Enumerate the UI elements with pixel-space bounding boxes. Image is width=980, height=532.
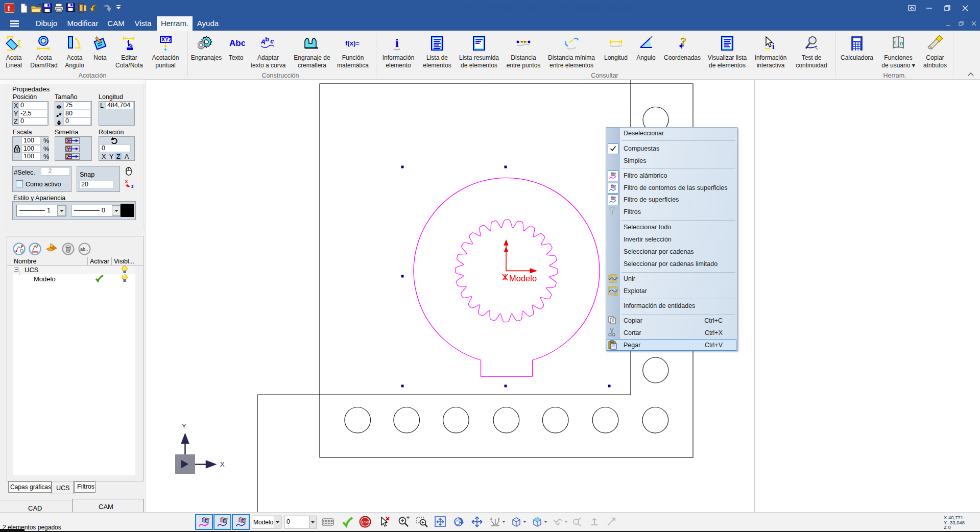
- svg-text:ESC: ESC: [362, 520, 369, 524]
- svg-text:b: b: [265, 35, 269, 43]
- svg-text:c: c: [269, 37, 275, 45]
- svg-text:Modelo: Modelo: [509, 274, 537, 283]
- svg-text:y: y: [498, 517, 500, 521]
- svg-text:i: i: [395, 36, 399, 50]
- svg-text:x: x: [490, 517, 492, 520]
- svg-text:x: x: [125, 179, 128, 184]
- svg-text:Y: Y: [182, 422, 186, 430]
- svg-text:n: n: [900, 40, 903, 46]
- svg-text:ab..: ab..: [80, 247, 88, 252]
- svg-text:z: z: [131, 184, 134, 189]
- svg-text:XYZ: XYZ: [161, 36, 172, 42]
- svg-text:i: i: [772, 42, 775, 51]
- svg-text:X: X: [220, 461, 225, 468]
- svg-text:f(x)=: f(x)=: [345, 39, 360, 47]
